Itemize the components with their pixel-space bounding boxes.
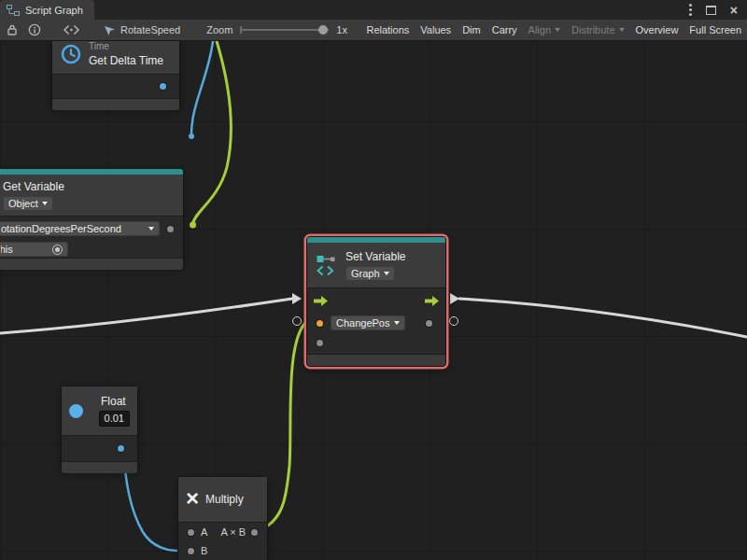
node-set-variable[interactable]: Set Variable Graph	[306, 236, 446, 367]
node-category: Time	[89, 41, 109, 51]
input-port-a[interactable]	[188, 529, 194, 536]
node-footer	[52, 98, 179, 110]
variable-kind-dropdown[interactable]: Graph	[345, 266, 395, 281]
caret-down-icon	[148, 227, 154, 231]
align-button[interactable]: Align	[523, 20, 566, 40]
input-port-target[interactable]	[317, 340, 323, 346]
distribute-button[interactable]: Distribute	[566, 20, 629, 40]
overview-button[interactable]: Overview	[630, 20, 684, 40]
float-icon	[69, 404, 83, 418]
node-footer	[62, 461, 137, 473]
clock-icon	[60, 43, 82, 65]
flow-output-arrow[interactable]	[425, 296, 439, 306]
dim-button[interactable]: Dim	[457, 20, 486, 40]
node-get-delta-time[interactable]: Time Get Delta Time	[51, 41, 180, 109]
output-port-delta-time[interactable]	[160, 83, 166, 90]
port-label-a: A	[201, 526, 207, 538]
node-title: Multiply	[205, 493, 244, 506]
graph-asset-icon	[104, 24, 116, 36]
input-port-b[interactable]	[188, 548, 194, 554]
zoom-slider[interactable]	[240, 24, 329, 35]
variable-name-dropdown[interactable]: RotationDegreesPerSecond	[0, 221, 160, 236]
node-get-variable[interactable]: Get Variable Object RotationDegreesPerSe…	[0, 168, 184, 268]
node-float[interactable]: Float 0.01	[61, 385, 138, 471]
flow-wire-left[interactable]	[0, 299, 292, 333]
maximize-icon[interactable]	[706, 6, 716, 15]
port-label-output: A × B	[220, 526, 246, 538]
node-footer	[307, 354, 445, 366]
zoom-slider-handle[interactable]	[318, 25, 328, 35]
multiply-icon: ×	[186, 487, 199, 510]
object-picker-icon[interactable]	[52, 245, 63, 255]
caret-down-icon	[619, 28, 625, 32]
code-view-icon[interactable]	[63, 24, 79, 35]
flow-wire-right[interactable]	[459, 299, 747, 337]
output-port-value[interactable]	[426, 320, 432, 327]
full-screen-button[interactable]: Full Screen	[684, 20, 747, 40]
info-icon[interactable]	[28, 23, 41, 36]
flow-arrowhead-left	[292, 293, 302, 304]
node-title: Get Variable	[3, 180, 64, 193]
relations-button[interactable]: Relations	[360, 20, 415, 40]
port-label-b: B	[201, 545, 207, 556]
caret-down-icon	[555, 28, 560, 32]
node-footer	[0, 258, 183, 270]
float-value-input[interactable]: 0.01	[99, 411, 130, 427]
value-wire-green-top[interactable]	[193, 41, 232, 224]
values-button[interactable]: Values	[415, 20, 457, 40]
flow-input-arrow[interactable]	[314, 296, 328, 306]
tab-script-graph[interactable]: Script Graph	[0, 0, 94, 20]
graph-breadcrumb[interactable]: RotateSpeed	[104, 24, 180, 36]
caret-down-icon	[384, 272, 389, 275]
caret-down-icon	[42, 202, 48, 205]
output-port-value[interactable]	[167, 226, 174, 232]
tab-bar: Script Graph ×	[0, 0, 747, 20]
graph-canvas[interactable]: Time Get Delta Time Get Variable Object	[0, 41, 747, 560]
node-title: Get Delta Time	[89, 54, 163, 67]
output-port-product[interactable]	[251, 529, 258, 536]
node-title: Set Variable	[345, 250, 405, 263]
variable-name-dropdown[interactable]: ChangePos	[331, 315, 405, 330]
script-graph-icon	[7, 5, 20, 16]
value-wire-blue-top[interactable]	[191, 41, 213, 136]
caret-down-icon	[394, 321, 400, 325]
graph-variable-icon	[315, 253, 339, 277]
graph-name: RotateSpeed	[120, 24, 180, 35]
variable-kind-dropdown[interactable]: Object	[3, 196, 53, 211]
free-port-ring-right[interactable]	[449, 316, 458, 326]
zoom-label: Zoom	[206, 24, 233, 35]
graph-toolbar: RotateSpeed Zoom 1x Relations Values Dim…	[0, 20, 747, 41]
flow-arrowhead-right	[450, 293, 459, 304]
zoom-value: 1x	[336, 24, 347, 35]
node-title: Float	[90, 395, 126, 408]
input-port-value[interactable]	[317, 320, 323, 327]
tab-title: Script Graph	[25, 5, 83, 16]
zoom-slider-track[interactable]	[240, 29, 329, 31]
close-icon[interactable]: ×	[730, 4, 738, 17]
window-menu-icon[interactable]	[689, 8, 692, 11]
lock-icon[interactable]	[6, 23, 19, 36]
wire-end-dot	[189, 133, 194, 139]
unity-visual-scripting-window: Script Graph × RotateSpeed Zoom	[0, 0, 747, 560]
target-object-field[interactable]: This	[0, 242, 68, 257]
output-port-float[interactable]	[118, 445, 124, 452]
carry-button[interactable]: Carry	[486, 20, 523, 40]
wire-end-dot	[190, 222, 196, 229]
node-multiply[interactable]: × Multiply A A × B B	[177, 476, 268, 560]
free-port-ring-left[interactable]	[292, 316, 302, 326]
